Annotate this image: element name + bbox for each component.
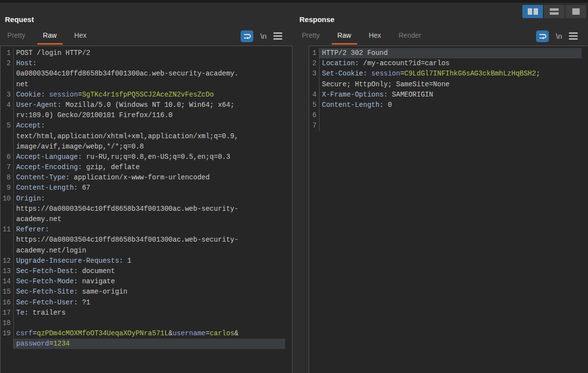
tab-render[interactable]: Render [393,27,427,45]
line-number: 5 [0,121,14,131]
code-segment: Sec-Fetch-Site: [16,288,78,296]
nonprintable-chars-toggle[interactable]: \n [556,32,562,40]
code-line: image/avif,image/webp,*/*;q=0.8 [14,142,285,152]
request-editor[interactable]: 1POST /login HTTP/22Host:0a08003504c10ff… [0,46,293,373]
code-segment: password [16,340,49,348]
code-row: 2Location: /my-account?id=carlos [309,58,582,69]
code-row: 3Set-Cookie: session=C9LdGl7INFIhkG6sAG3… [309,69,582,79]
layout-columns-button[interactable] [522,5,543,18]
line-number: 4 [309,90,319,100]
code-segment: Accept-Encoding: [16,163,82,171]
word-wrap-toggle[interactable] [536,30,549,42]
editor-menu-button[interactable] [273,31,282,41]
layout-single-button[interactable] [565,5,586,18]
code-row: 19csrf=qzPDm4cMOXMfoOT34UeqaXOyPNra571L&… [0,328,285,339]
line-number: 5 [309,100,319,110]
code-segment: Sec-Fetch-Mode: [16,277,78,285]
code-segment: & [234,329,238,337]
tab-hex[interactable]: Hex [69,27,93,45]
code-segment: = [49,340,53,348]
tab-pretty[interactable]: Pretty [296,27,326,45]
code-row: 3Cookie: session=SgTKc4r1sfpPQ5SCJ2AceZN… [0,90,285,100]
code-line: Sec-Fetch-Mode: navigate [14,276,285,287]
line-number [0,110,14,121]
columns-icon [528,8,532,15]
code-segment: 1234 [53,340,70,348]
code-line: password=1234 [14,339,285,349]
editor-menu-button[interactable] [569,31,578,41]
code-segment: 1 [123,257,131,265]
code-row: 12Upgrade-Insecure-Requests: 1 [0,256,285,266]
code-row: academy.net/login [0,246,285,256]
tab-pretty[interactable]: Pretty [1,27,31,45]
line-number: 11 [0,224,14,235]
line-number: 4 [0,100,14,110]
code-row: 13Sec-Fetch-Dest: document [0,266,285,276]
code-row: 7Accept-Encoding: gzip, deflate [0,162,285,173]
word-wrap-toggle[interactable] [241,30,253,42]
line-number: 17 [0,308,14,318]
line-number: 2 [0,58,14,69]
line-number: 12 [0,256,14,266]
line-number [0,142,14,152]
code-segment: /my-account?id=carlos [359,59,450,67]
code-row: 0a08003504c10ffd8658b34f001300ac.web-sec… [0,69,285,79]
code-line [14,318,285,328]
line-number [0,246,14,256]
code-line: X-Frame-Options: SAMEORIGIN [319,90,582,100]
code-segment: = [33,329,37,337]
code-row: 5Content-Length: 0 [309,100,582,110]
code-row: 6 [309,110,582,121]
code-row: 7 [309,121,582,131]
layout-rows-button[interactable] [544,5,564,18]
request-editor-tools: \n [241,27,293,45]
code-line: Secure; HttpOnly; SameSite=None [319,79,582,90]
tab-raw[interactable]: Raw [332,27,357,45]
code-line: Accept-Encoding: gzip, deflate [14,162,285,173]
tab-raw[interactable]: Raw [37,27,63,45]
response-editor[interactable]: 1HTTP/2 302 Found2Location: /my-account?… [309,46,588,373]
line-number: 10 [0,194,14,204]
code-row: https://0a08003504c10ffd8658b34f001300ac… [0,204,285,214]
response-code: 1HTTP/2 302 Found2Location: /my-account?… [309,46,588,131]
request-tabbar: PrettyRawHex \n [0,27,293,45]
code-segment: username [172,329,205,337]
line-number [0,235,14,245]
code-line [319,121,582,131]
code-row: 1POST /login HTTP/2 [0,48,285,58]
code-segment: image/avif,image/webp,*/*;q=0.8 [16,143,144,150]
code-line: Upgrade-Insecure-Requests: 1 [14,256,285,266]
line-number: 1 [0,48,14,58]
code-row: 4X-Frame-Options: SAMEORIGIN [309,90,582,100]
line-number: 16 [0,298,14,308]
code-segment: Content-Type: [16,174,70,181]
code-row: 18 [0,318,285,328]
code-segment: ru-RU,ru;q=0.8,en-US;q=0.5,en;q=0.3 [82,153,230,161]
response-tabs: PrettyRawHexRender [294,27,427,45]
code-segment: session [371,70,400,77]
code-segment: Set-Cookie: [322,70,367,77]
code-segment: X-Frame-Options: [322,91,388,99]
code-segment: text/html,application/xhtml+xml,applicat… [16,132,239,140]
code-segment: same-origin [78,288,127,296]
code-segment: https://0a08003504c10ffd8658b34f001300ac… [16,236,239,244]
code-row: 5Accept: [0,121,285,131]
code-line: academy.net [14,214,285,224]
code-line: 0a08003504c10ffd8658b34f001300ac.web-sec… [14,69,285,79]
line-number: 1 [309,48,319,58]
code-row: net [0,79,285,90]
code-segment: Location: [322,59,359,67]
code-row: academy.net [0,214,285,224]
nonprintable-chars-toggle[interactable]: \n [260,32,267,40]
code-line: Sec-Fetch-Dest: document [14,266,285,276]
code-row: Secure; HttpOnly; SameSite=None [309,79,582,90]
tab-hex[interactable]: Hex [363,27,387,45]
code-line: academy.net/login [14,246,285,256]
code-segment: & [169,329,172,337]
code-row: 1HTTP/2 302 Found [309,48,582,58]
code-line: Referer: [14,224,285,235]
code-row: 2Host: [0,58,285,69]
word-wrap-icon [243,32,251,40]
code-line: Cookie: session=SgTKc4r1sfpPQ5SCJ2AceZN2… [14,90,285,100]
code-row: 14Sec-Fetch-Mode: navigate [0,276,285,287]
